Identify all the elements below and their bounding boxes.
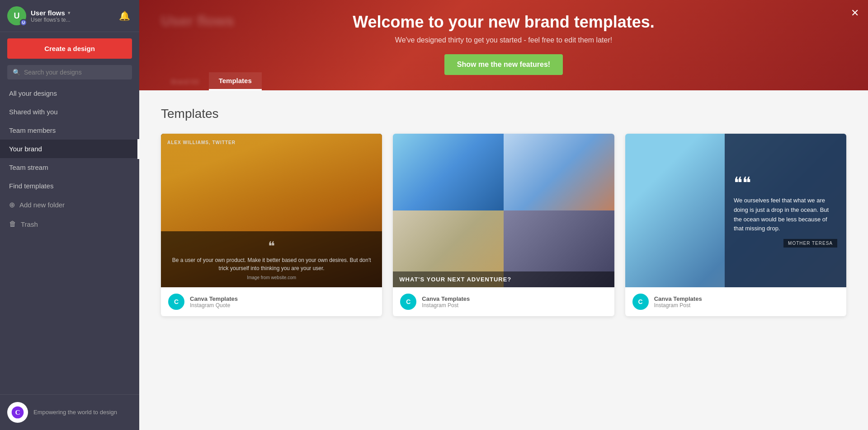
create-design-button[interactable]: Create a design bbox=[7, 38, 132, 59]
search-icon: 🔍 bbox=[13, 69, 20, 76]
tab-brand-kit[interactable]: Brand Kit bbox=[161, 73, 209, 90]
user-name: User flows ▾ bbox=[31, 9, 113, 17]
card-author-1: Canva Templates bbox=[190, 295, 238, 302]
svg-text:C: C bbox=[15, 408, 20, 416]
add-new-folder-button[interactable]: ⊕ Add new folder bbox=[0, 195, 139, 215]
banner: ✕ User flows Welcome to your new brand t… bbox=[139, 0, 868, 90]
card-footer-2: C Canva Templates Instagram Post bbox=[393, 287, 614, 316]
card-type-1: Instagram Quote bbox=[190, 302, 238, 308]
sidebar-item-shared[interactable]: Shared with you bbox=[0, 103, 139, 121]
avatar-letter: U bbox=[14, 11, 20, 21]
grid-cell-2 bbox=[504, 134, 614, 210]
card-footer-3: C Canva Templates Instagram Post bbox=[625, 287, 846, 316]
search-box: 🔍 bbox=[7, 65, 132, 79]
nav-list: All your designs Shared with you Team me… bbox=[0, 84, 139, 394]
tab-templates[interactable]: Templates bbox=[209, 72, 262, 90]
banner-tabs: Brand Kit Templates bbox=[161, 72, 262, 90]
quote-mark: ❝ bbox=[168, 238, 375, 253]
quote-text: Be a user of your own product. Make it b… bbox=[168, 256, 375, 272]
card-meta-1: Canva Templates Instagram Quote bbox=[190, 295, 238, 308]
avatar: U U bbox=[7, 6, 26, 25]
card-type-2: Instagram Post bbox=[422, 302, 470, 308]
footer-tagline: Empowering the world to design bbox=[33, 408, 117, 416]
templates-grid: ALEX WILLIAMS, TWITTER ❝ Be a user of yo… bbox=[161, 134, 846, 316]
canva-logo-svg: C bbox=[11, 406, 24, 419]
canva-avatar-1: C bbox=[168, 294, 184, 310]
sidebar-item-find-templates[interactable]: Find templates bbox=[0, 177, 139, 195]
trash-button[interactable]: 🗑 Trash bbox=[0, 215, 139, 234]
canva-avatar-3: C bbox=[632, 294, 649, 310]
banner-subtitle: We've designed thirty to get you started… bbox=[161, 36, 846, 44]
canva-logo: C bbox=[7, 402, 28, 423]
notification-button[interactable]: 🔔 bbox=[117, 9, 132, 23]
template-card-3: ❝❝ We ourselves feel that what we are do… bbox=[625, 134, 846, 316]
quote-bg-3: ❝❝ We ourselves feel that what we are do… bbox=[725, 134, 846, 287]
card-author-2: Canva Templates bbox=[422, 295, 470, 302]
grid-cell-1 bbox=[393, 134, 504, 210]
trash-icon: 🗑 bbox=[9, 220, 16, 228]
template-card-1: ALEX WILLIAMS, TWITTER ❝ Be a user of yo… bbox=[161, 134, 382, 316]
quote-mark-3: ❝❝ bbox=[734, 173, 751, 192]
adventure-label: WHAT'S YOUR NEXT ADVENTURE? bbox=[393, 271, 614, 287]
card-meta-2: Canva Templates Instagram Post bbox=[422, 295, 470, 308]
card-type-3: Instagram Post bbox=[654, 302, 702, 308]
plus-circle-icon: ⊕ bbox=[9, 201, 15, 209]
banner-title: Welcome to your new brand templates. bbox=[161, 13, 846, 32]
sidebar-item-your-brand[interactable]: Your brand bbox=[0, 140, 139, 158]
sidebar-item-team-stream[interactable]: Team stream bbox=[0, 158, 139, 177]
sidebar-footer: C Empowering the world to design bbox=[0, 394, 139, 430]
sidebar-item-all-designs[interactable]: All your designs bbox=[0, 84, 139, 103]
search-input[interactable] bbox=[24, 69, 127, 76]
attribution-3: MOTHER TERESA bbox=[783, 239, 837, 248]
user-team: User flows's te... bbox=[31, 17, 113, 23]
quote-text-3: We ourselves feel that what we are doing… bbox=[734, 196, 837, 234]
twitter-tag: ALEX WILLIAMS, TWITTER bbox=[167, 140, 236, 145]
sidebar-item-team-members[interactable]: Team members bbox=[0, 121, 139, 140]
image-attribution: Image from website.com bbox=[168, 275, 375, 280]
user-info: User flows ▾ User flows's te... bbox=[31, 9, 113, 23]
template-card-2: WHAT'S YOUR NEXT ADVENTURE? C Canva Temp… bbox=[393, 134, 614, 316]
template-image-2: WHAT'S YOUR NEXT ADVENTURE? bbox=[393, 134, 614, 287]
page-title: Templates bbox=[161, 107, 846, 121]
card-footer-1: C Canva Templates Instagram Quote bbox=[161, 287, 382, 316]
card-author-3: Canva Templates bbox=[654, 295, 702, 302]
sidebar-header: U U User flows ▾ User flows's te... 🔔 bbox=[0, 0, 139, 32]
chevron-down-icon: ▾ bbox=[68, 10, 70, 15]
avatar-badge: U bbox=[20, 19, 27, 26]
content-area: Templates ALEX WILLIAMS, TWITTER ❝ Be a … bbox=[139, 90, 868, 430]
sidebar: U U User flows ▾ User flows's te... 🔔 Cr… bbox=[0, 0, 139, 430]
close-banner-button[interactable]: ✕ bbox=[851, 7, 859, 19]
show-features-button[interactable]: Show me the new features! bbox=[444, 54, 563, 75]
template-image-3: ❝❝ We ourselves feel that what we are do… bbox=[625, 134, 846, 287]
card-meta-3: Canva Templates Instagram Post bbox=[654, 295, 702, 308]
image-grid bbox=[393, 134, 614, 287]
quote-overlay: ❝ Be a user of your own product. Make it… bbox=[161, 231, 382, 287]
canva-avatar-2: C bbox=[400, 294, 416, 310]
main-content: ✕ User flows Welcome to your new brand t… bbox=[139, 0, 868, 430]
template-image-1: ALEX WILLIAMS, TWITTER ❝ Be a user of yo… bbox=[161, 134, 382, 287]
